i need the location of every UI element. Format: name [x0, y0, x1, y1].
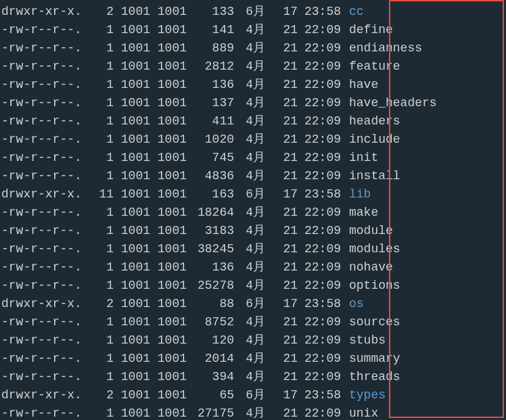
file-name: modules [341, 240, 400, 258]
group-cell: 1001 [150, 185, 187, 204]
owner-cell: 1001 [114, 295, 150, 313]
day-cell: 21 [265, 313, 298, 331]
file-name: options [341, 277, 400, 295]
permissions-cell: -rw-r--r--. [0, 404, 87, 420]
list-row: -rw-r--r--.1100110013944月2122:09threads [0, 368, 506, 386]
month-cell: 4月 [234, 404, 265, 420]
month-cell: 4月 [234, 21, 265, 39]
permissions-cell: -rw-r--r--. [0, 350, 87, 368]
size-cell: 4836 [187, 167, 234, 185]
directory-name: lib [341, 185, 371, 204]
owner-cell: 1001 [114, 57, 150, 76]
group-cell: 1001 [150, 295, 187, 313]
group-cell: 1001 [150, 21, 187, 39]
size-cell: 133 [187, 3, 234, 21]
time-cell: 22:09 [298, 240, 341, 258]
links-cell: 1 [87, 131, 114, 149]
day-cell: 21 [265, 404, 298, 420]
time-cell: 22:09 [298, 167, 341, 185]
file-name: sources [341, 313, 400, 331]
size-cell: 25278 [187, 277, 234, 295]
links-cell: 2 [87, 3, 114, 21]
file-name: have_headers [341, 94, 437, 112]
file-name: have [341, 76, 378, 94]
links-cell: 1 [87, 76, 114, 94]
size-cell: 745 [187, 149, 234, 167]
month-cell: 4月 [234, 94, 265, 112]
owner-cell: 1001 [114, 313, 150, 331]
permissions-cell: drwxr-xr-x. [0, 386, 87, 404]
owner-cell: 1001 [114, 258, 150, 277]
list-row: -rw-r--r--.11001100187524月2122:09sources [0, 313, 506, 331]
size-cell: 411 [187, 112, 234, 131]
day-cell: 21 [265, 331, 298, 350]
file-name: stubs [341, 331, 386, 350]
list-row: -rw-r--r--.110011001271754月2122:09unix [0, 404, 506, 420]
file-name: install [341, 167, 400, 185]
size-cell: 88 [187, 295, 234, 313]
month-cell: 4月 [234, 204, 265, 222]
size-cell: 136 [187, 258, 234, 277]
time-cell: 22:09 [298, 258, 341, 277]
owner-cell: 1001 [114, 39, 150, 57]
time-cell: 22:09 [298, 277, 341, 295]
day-cell: 21 [265, 240, 298, 258]
size-cell: 1020 [187, 131, 234, 149]
file-name: define [341, 21, 393, 39]
day-cell: 17 [265, 3, 298, 21]
permissions-cell: -rw-r--r--. [0, 368, 87, 386]
time-cell: 22:09 [298, 331, 341, 350]
permissions-cell: -rw-r--r--. [0, 222, 87, 240]
month-cell: 4月 [234, 331, 265, 350]
day-cell: 21 [265, 39, 298, 57]
size-cell: 137 [187, 94, 234, 112]
permissions-cell: drwxr-xr-x. [0, 185, 87, 204]
permissions-cell: -rw-r--r--. [0, 112, 87, 131]
permissions-cell: -rw-r--r--. [0, 277, 87, 295]
links-cell: 1 [87, 277, 114, 295]
list-row: -rw-r--r--.11001100148364月2122:09install [0, 167, 506, 185]
month-cell: 6月 [234, 295, 265, 313]
permissions-cell: -rw-r--r--. [0, 149, 87, 167]
file-name: init [341, 149, 378, 167]
day-cell: 17 [265, 185, 298, 204]
month-cell: 6月 [234, 185, 265, 204]
file-name: unix [341, 404, 378, 420]
size-cell: 2812 [187, 57, 234, 76]
permissions-cell: -rw-r--r--. [0, 21, 87, 39]
day-cell: 21 [265, 112, 298, 131]
month-cell: 4月 [234, 313, 265, 331]
permissions-cell: drwxr-xr-x. [0, 3, 87, 21]
owner-cell: 1001 [114, 386, 150, 404]
time-cell: 22:09 [298, 21, 341, 39]
size-cell: 18264 [187, 204, 234, 222]
group-cell: 1001 [150, 368, 187, 386]
list-row: -rw-r--r--.1100110011364月2122:09have [0, 76, 506, 94]
owner-cell: 1001 [114, 368, 150, 386]
size-cell: 3183 [187, 222, 234, 240]
owner-cell: 1001 [114, 94, 150, 112]
day-cell: 21 [265, 76, 298, 94]
time-cell: 22:09 [298, 76, 341, 94]
file-name: headers [341, 112, 400, 131]
directory-name: types [341, 386, 386, 404]
time-cell: 23:58 [298, 185, 341, 204]
month-cell: 4月 [234, 222, 265, 240]
links-cell: 1 [87, 94, 114, 112]
time-cell: 22:09 [298, 149, 341, 167]
links-cell: 1 [87, 149, 114, 167]
group-cell: 1001 [150, 404, 187, 420]
group-cell: 1001 [150, 386, 187, 404]
day-cell: 17 [265, 295, 298, 313]
month-cell: 4月 [234, 350, 265, 368]
group-cell: 1001 [150, 57, 187, 76]
owner-cell: 1001 [114, 21, 150, 39]
file-name: make [341, 204, 378, 222]
owner-cell: 1001 [114, 131, 150, 149]
size-cell: 163 [187, 185, 234, 204]
group-cell: 1001 [150, 39, 187, 57]
links-cell: 1 [87, 222, 114, 240]
links-cell: 2 [87, 295, 114, 313]
list-row: -rw-r--r--.1100110011414月2122:09define [0, 21, 506, 39]
day-cell: 21 [265, 131, 298, 149]
